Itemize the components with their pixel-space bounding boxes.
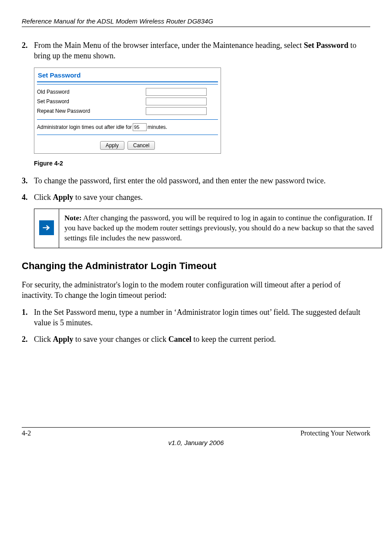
cancel-button[interactable]: Cancel <box>127 141 155 150</box>
footer-version: v1.0, January 2006 <box>22 439 370 446</box>
note-box: Note: After changing the password, you w… <box>34 209 382 248</box>
label: Old Password <box>37 89 146 95</box>
bold-text: Cancel <box>168 335 191 344</box>
text: to save your changes or click <box>74 335 168 344</box>
step-text: From the Main Menu of the browser interf… <box>34 40 370 61</box>
bold-text: Set Password <box>304 41 348 50</box>
text: Click <box>34 193 53 202</box>
timeout-label-a: Administrator login times out after idle… <box>37 124 132 130</box>
chapter-title: Protecting Your Network <box>301 429 370 437</box>
step-2: 2. From the Main Menu of the browser int… <box>22 40 370 61</box>
list-item-1: 1. In the Set Password menu, type a numb… <box>22 307 370 328</box>
figure-caption: Figure 4-2 <box>34 160 370 167</box>
old-password-input[interactable] <box>146 88 207 96</box>
page-footer: 4-2 Protecting Your Network <box>22 427 370 437</box>
step-text: Click Apply to save your changes or clic… <box>34 334 370 344</box>
page-number: 4-2 <box>22 429 31 437</box>
bold-text: Apply <box>53 193 74 202</box>
step-text: Click Apply to save your changes. <box>34 192 370 202</box>
button-row: Apply Cancel <box>37 138 218 150</box>
section-heading: Changing the Administrator Login Timeout <box>22 260 370 272</box>
note-text: After changing the password, you will be… <box>64 214 374 242</box>
note-text-cell: Note: After changing the password, you w… <box>59 209 382 248</box>
paragraph: For security, the administrator's login … <box>22 280 370 301</box>
arrow-right-icon <box>39 220 54 235</box>
note-icon-cell <box>34 209 59 248</box>
step-number: 2. <box>22 334 34 344</box>
list-item-2: 2. Click Apply to save your changes or c… <box>22 334 370 344</box>
timeout-input[interactable] <box>133 123 147 131</box>
row-set-password: Set Password <box>37 97 218 106</box>
row-timeout: Administrator login times out after idle… <box>37 122 218 132</box>
bold-text: Apply <box>53 335 74 344</box>
text: From the Main Menu of the browser interf… <box>34 41 304 50</box>
row-repeat-password: Repeat New Password <box>37 106 218 116</box>
repeat-password-input[interactable] <box>146 107 207 115</box>
divider <box>37 135 218 135</box>
set-password-input[interactable] <box>146 98 207 105</box>
label: Set Password <box>37 98 146 105</box>
step-3: 3. To change the password, first enter t… <box>22 175 370 186</box>
step-number: 4. <box>22 192 34 202</box>
text: to save your changes. <box>74 193 143 202</box>
apply-button[interactable]: Apply <box>100 141 124 150</box>
step-text: In the Set Password menu, type a number … <box>34 307 370 328</box>
divider <box>37 119 218 120</box>
note-label: Note: <box>64 214 82 222</box>
step-number: 1. <box>22 307 34 328</box>
label: Repeat New Password <box>37 108 146 114</box>
figure-4-2: Set Password Old Password Set Password R… <box>34 67 370 154</box>
step-number: 2. <box>22 40 34 61</box>
page-header: Reference Manual for the ADSL Modem Wire… <box>22 17 370 27</box>
divider <box>37 84 218 84</box>
step-4: 4. Click Apply to save your changes. <box>22 192 370 202</box>
step-text: To change the password, first enter the … <box>34 175 370 186</box>
screenshot-panel: Set Password Old Password Set Password R… <box>34 67 221 154</box>
text: to keep the current period. <box>191 335 276 344</box>
text: Click <box>34 335 53 344</box>
timeout-label-b: minutes. <box>147 124 167 130</box>
panel-title: Set Password <box>37 70 218 82</box>
row-old-password: Old Password <box>37 87 218 97</box>
step-number: 3. <box>22 175 34 186</box>
